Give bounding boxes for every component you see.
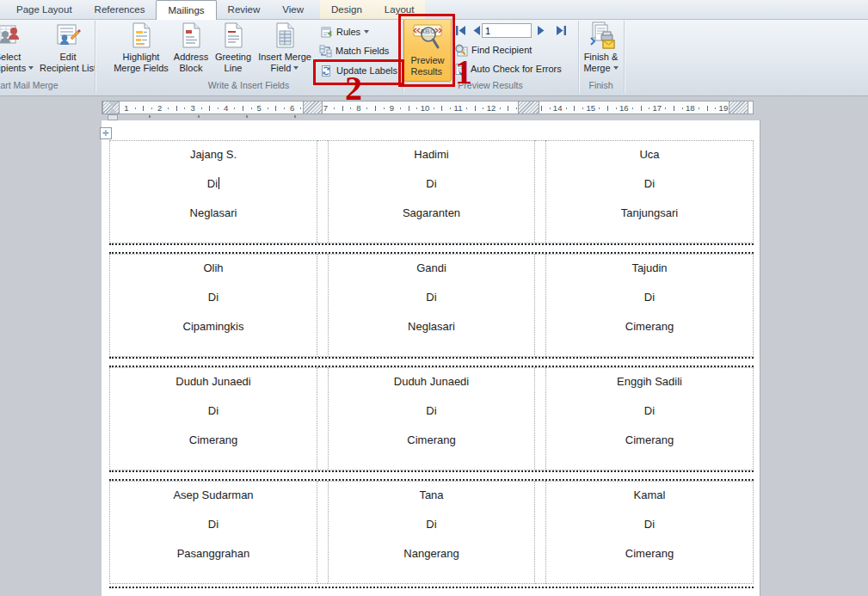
gap-cell bbox=[535, 367, 545, 470]
ruler-tick bbox=[707, 106, 708, 111]
label-cell[interactable]: Asep Sudarman Di Pasanggrahan bbox=[109, 481, 317, 584]
label-row: Olih Di Cipamingkis Gandi Di Neglasari T… bbox=[109, 254, 754, 357]
last-record-button[interactable] bbox=[554, 24, 568, 37]
label-cell[interactable]: Tana Di Nangerang bbox=[328, 481, 535, 584]
ruler-number: 17 bbox=[653, 103, 662, 113]
tab-page-layout[interactable]: Page Layout bbox=[5, 0, 83, 19]
tab-design[interactable]: Design bbox=[320, 0, 373, 19]
label-cell[interactable]: Jajang S. Di Neglasari bbox=[109, 140, 317, 243]
ruler-tick bbox=[416, 108, 417, 109]
merge-name: Tajudin bbox=[546, 261, 753, 275]
tab-view[interactable]: View bbox=[271, 0, 315, 19]
ruler-tick bbox=[143, 106, 144, 111]
table-move-handle-icon[interactable]: ✛ bbox=[100, 127, 112, 139]
labels-table: Jajang S. Di Neglasari Hadimi Di Sagaran… bbox=[109, 140, 754, 594]
label-cell[interactable]: Duduh Junaedi Di Cimerang bbox=[328, 367, 535, 470]
ruler-number: 7 bbox=[323, 103, 328, 113]
rules-button[interactable]: Rules bbox=[320, 24, 369, 40]
label-row-spacer bbox=[109, 357, 754, 367]
label-cell[interactable]: Duduh Junaedi Di Cimerang bbox=[109, 367, 317, 470]
ruler-tick bbox=[641, 106, 642, 111]
last-record-icon bbox=[556, 26, 567, 35]
greeting-line-button[interactable]: Greeting Line bbox=[212, 21, 254, 79]
label-row: Asep Sudarman Di Pasanggrahan Tana Di Na… bbox=[109, 481, 754, 584]
merge-name: Duduh Junaedi bbox=[329, 374, 534, 389]
merge-place: Neglasari bbox=[329, 319, 534, 334]
ribbon-tab-bar: Page Layout References Mailings Review V… bbox=[0, 0, 868, 20]
ruler-column-hatch[interactable] bbox=[303, 101, 323, 114]
ruler-tick bbox=[334, 108, 335, 109]
ribbon: Select Recipients Edit Recipient List St… bbox=[0, 19, 868, 96]
match-fields-icon bbox=[319, 45, 332, 58]
merge-name: Tana bbox=[329, 488, 534, 502]
gap-cell bbox=[317, 367, 328, 470]
ruler-tick bbox=[665, 108, 666, 109]
record-number-input[interactable] bbox=[482, 23, 532, 38]
ruler-tick bbox=[574, 106, 575, 111]
ruler-number: 18 bbox=[686, 103, 695, 113]
horizontal-ruler[interactable]: 12345678910111213141516171819 bbox=[102, 101, 754, 114]
ruler-number: 19 bbox=[719, 103, 729, 113]
label-cell[interactable]: Hadimi Di Sagaranten bbox=[328, 140, 535, 243]
label-row: Jajang S. Di Neglasari Hadimi Di Sagaran… bbox=[109, 140, 754, 243]
edit-recipient-list-button[interactable]: Edit Recipient List bbox=[40, 21, 95, 79]
ruler-tick bbox=[682, 108, 683, 109]
gap-cell bbox=[535, 140, 545, 243]
gap-cell bbox=[317, 481, 328, 584]
word-window: Page Layout References Mailings Review V… bbox=[0, 0, 868, 596]
label-row-spacer bbox=[109, 470, 754, 481]
hanging-indent-marker[interactable] bbox=[108, 108, 117, 114]
gap-cell bbox=[317, 254, 328, 357]
ruler-column-hatch[interactable] bbox=[729, 101, 748, 114]
highlight-merge-fields-button[interactable]: Highlight Merge Fields bbox=[114, 21, 169, 79]
ruler-number: 5 bbox=[257, 103, 262, 113]
label-row-spacer bbox=[109, 587, 754, 594]
tab-layout[interactable]: Layout bbox=[373, 0, 426, 19]
match-fields-label: Match Fields bbox=[336, 46, 389, 56]
first-line-indent-marker[interactable] bbox=[108, 101, 117, 107]
ruler-tick bbox=[342, 106, 343, 111]
label-cell[interactable]: Tajudin Di Cimerang bbox=[545, 254, 754, 357]
ruler-number: 1 bbox=[124, 103, 128, 113]
ruler-tick bbox=[275, 106, 276, 111]
ruler-tick bbox=[483, 108, 483, 109]
label-cell[interactable]: Kamal Di Cimerang bbox=[545, 481, 754, 584]
label-cell[interactable]: Olih Di Cipamingkis bbox=[109, 254, 317, 357]
text-cursor bbox=[219, 177, 219, 189]
merge-di: Di bbox=[546, 176, 753, 191]
finish-merge-button[interactable]: Finish & Merge bbox=[578, 21, 624, 79]
ruler-number: 2 bbox=[157, 103, 162, 113]
ruler-tick bbox=[715, 108, 716, 109]
merge-place: Cimerang bbox=[546, 433, 753, 447]
insert-merge-field-button[interactable]: Insert Merge Field bbox=[255, 21, 315, 79]
first-record-button[interactable] bbox=[453, 24, 467, 37]
tab-review[interactable]: Review bbox=[217, 0, 272, 19]
address-block-button[interactable]: Address Block bbox=[170, 21, 212, 79]
left-indent-marker[interactable] bbox=[108, 114, 118, 120]
merge-place: Cimerang bbox=[546, 546, 753, 561]
first-record-icon bbox=[455, 26, 466, 35]
label-row: Duduh Junaedi Di Cimerang Duduh Junaedi … bbox=[109, 367, 754, 470]
label-cell[interactable]: Enggih Sadili Di Cimerang bbox=[545, 367, 754, 470]
merge-name: Jajang S. bbox=[110, 147, 317, 162]
ruler-tick bbox=[566, 108, 567, 109]
preview-results-icon: ABC bbox=[410, 22, 445, 54]
tab-mailings[interactable]: Mailings bbox=[156, 0, 216, 20]
label-cell[interactable]: Gandi Di Neglasari bbox=[328, 254, 535, 357]
preview-results-button[interactable]: ABC Preview Results bbox=[403, 16, 452, 82]
ruler-tick bbox=[582, 108, 583, 109]
ruler-tick bbox=[475, 106, 476, 111]
next-record-button[interactable] bbox=[534, 24, 548, 37]
merge-place: Cipamingkis bbox=[110, 319, 317, 334]
merge-di: Di bbox=[329, 403, 534, 418]
group-label-preview-results: Preview Results bbox=[403, 80, 578, 92]
label-cell[interactable]: Uca Di Tanjungsari bbox=[545, 140, 754, 243]
ruler-column-hatch[interactable] bbox=[518, 101, 539, 114]
document-page[interactable]: Jajang S. Di Neglasari Hadimi Di Sagaran… bbox=[102, 120, 760, 596]
tab-references[interactable]: References bbox=[83, 0, 157, 19]
insert-merge-field-label: Insert Merge Field bbox=[258, 52, 311, 73]
select-recipients-button[interactable]: Select Recipients bbox=[0, 21, 34, 79]
match-fields-button[interactable]: Match Fields bbox=[319, 43, 389, 58]
ruler-number: 14 bbox=[553, 103, 563, 113]
ruler-number: 10 bbox=[421, 103, 430, 113]
